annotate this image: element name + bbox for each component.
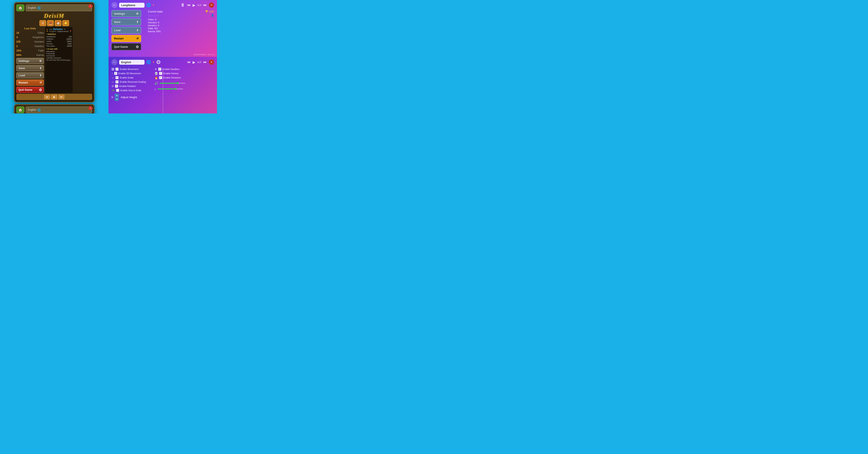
r-quit-btn[interactable]: Quit Game ⏻: [112, 43, 141, 50]
globe-icon-bottom: 🌐: [37, 108, 41, 112]
top-right-panel: ← LangName 🌐 ♥ ⏸ ⏮ ▶ x1.0 ⏭ ✕ Settings: [108, 0, 217, 57]
close-button-top[interactable]: ✕: [88, 4, 93, 8]
transport-controls-bottom: ⏮ ▶ x1.0 ⏭ ✕: [187, 60, 214, 65]
spirit-label: Spirit (1/7): [148, 15, 163, 17]
play-btn-top-right[interactable]: ▶: [193, 3, 195, 7]
enable-disasters-row: 🔥 Enable Disasters: [154, 76, 185, 79]
version-label: current version : EA-x.x.x: [193, 53, 215, 56]
enable-movement-check[interactable]: [116, 68, 119, 70]
enable-reversed-check[interactable]: [116, 80, 119, 83]
r-settings-btn[interactable]: Settings ⚙: [112, 10, 141, 17]
home-button-top[interactable]: 🏠: [16, 4, 24, 11]
lang-name-field[interactable]: LangName: [119, 3, 145, 8]
settings-btn-top[interactable]: Settings ⚙: [16, 58, 44, 64]
war-list: Reksafran Fransarek Kerasnark Literally …: [46, 51, 72, 61]
play-btn-top[interactable]: ▶: [51, 94, 57, 99]
divider-bottom: [163, 69, 163, 114]
close-btn-bottom-right[interactable]: ✕: [209, 60, 214, 65]
lang-field-bottom[interactable]: English: [119, 60, 145, 65]
person-badge: 👤: [211, 14, 214, 17]
right-menu-buttons-top: Settings ⚙ Save ⬆ Load ⬇ Restart ↺ Quit …: [112, 10, 141, 50]
load-btn-top[interactable]: Load ⬆: [16, 72, 44, 79]
location-icon: 📍: [69, 30, 72, 32]
close-btn-top-right[interactable]: ✕: [209, 3, 214, 8]
enable-3d-check[interactable]: [114, 72, 117, 75]
globe-icon-right-bottom[interactable]: 🌐: [146, 60, 151, 64]
stat-karma-right: Karma: 50%: [148, 30, 163, 33]
stat-cities-right: Cities: 0: [148, 18, 163, 21]
sound-icon-right: 🔊: [154, 82, 158, 85]
save-btn-top[interactable]: Save ⬇: [16, 65, 44, 71]
ff-btn-top[interactable]: ⏭: [59, 94, 64, 99]
panel-main-top: Lazy Deity 16 Cities 4 Kingdoms 205 Huma…: [16, 27, 92, 93]
war-title: • At war with: [46, 48, 72, 50]
stat-kingdoms: 4 Kingdoms: [16, 36, 44, 39]
ff-btn-top-right[interactable]: ⏭: [204, 3, 207, 7]
stat-humans-right: Humans: 0: [148, 21, 163, 24]
enable-heresy-check[interactable]: [159, 72, 162, 75]
enable-scale-row: ↔ Enable Scale: [112, 76, 146, 79]
menu-icon-btn[interactable]: ☰: [39, 20, 46, 26]
city-header: ▲ ▼ City Narfasker ✏ Kingdom Seltjarnarn…: [46, 28, 72, 32]
load-icon-top: ⬆: [39, 74, 42, 77]
rewind-btn-bottom-right[interactable]: ⏮: [187, 60, 190, 64]
bell-icon-btn[interactable]: 🔔: [62, 20, 69, 26]
enable-options-left: 🖼 Enable Movement ↑ Enable 3D Movement ↔…: [112, 68, 146, 92]
music-track-right[interactable]: [158, 88, 183, 89]
play-btn-bottom-right[interactable]: ▶: [193, 60, 195, 64]
back-btn-bottom-right[interactable]: ←: [112, 59, 117, 65]
stat-faith: 33% Faith: [16, 49, 44, 52]
music-slider-row-right: ♪: [154, 87, 185, 91]
rotation-icon: ↺: [112, 85, 114, 88]
enable-sandbox-row: ☀ Enable Sandbox: [154, 68, 185, 71]
adjust-up-btn[interactable]: ▲: [115, 94, 119, 97]
enable-options-right: ☀ Enable Sandbox 💀 Enable Heresy 🔥 Enabl…: [154, 68, 185, 92]
home-icon-btn[interactable]: 🏠: [55, 20, 61, 26]
rewind-btn-top-right[interactable]: ⏮: [187, 3, 190, 7]
heresy-right-icon: 💀: [154, 72, 158, 75]
statistics-title: • Statistics: [46, 33, 72, 35]
city-name-label: Narfasker: [53, 28, 63, 30]
speed-label-top: x1.0: [197, 4, 201, 6]
settings-gear-icon[interactable]: ⚙: [156, 59, 161, 65]
upload-icon-btn[interactable]: 📤: [47, 20, 54, 26]
sound-thumb-right[interactable]: [177, 82, 179, 84]
pause-btn-top-right[interactable]: ⏸: [180, 2, 185, 8]
language-button-top[interactable]: English 🌐: [26, 4, 92, 11]
sound-track-right[interactable]: [160, 83, 185, 84]
enable-sandbox-check[interactable]: [158, 68, 161, 70]
enable-3d-movement-row: ↑ Enable 3D Movement: [112, 72, 146, 75]
enable-grip-check[interactable]: [116, 89, 119, 92]
music-icon-right: ♪: [154, 87, 156, 91]
globe-icon-right-top[interactable]: 🌐: [146, 3, 151, 7]
ff-btn-bottom-right[interactable]: ⏭: [204, 60, 207, 64]
enable-rotation-check[interactable]: [115, 85, 118, 88]
back-btn-top-right[interactable]: ←: [112, 2, 117, 8]
enable-scale-check[interactable]: [116, 76, 119, 79]
r-load-icon: ⬇: [136, 29, 138, 32]
reversed-icon: ↔: [112, 80, 114, 84]
r-restart-btn[interactable]: Restart ↺: [112, 35, 141, 42]
close-button-bottom[interactable]: ✕: [88, 106, 93, 110]
language-button-bottom[interactable]: English 🌐: [26, 107, 92, 113]
quit-btn-top[interactable]: Quit Game ⏻: [16, 87, 44, 93]
enable-grip-row: 🎮 Enable Grip to Grab: [112, 89, 146, 92]
right-top-bar: ← LangName 🌐 ♥ ⏸ ⏮ ▶ x1.0 ⏭ ✕: [112, 2, 214, 8]
logo-area-top: DeisiM: [16, 12, 92, 19]
stat-karma: 69% Karma: [16, 53, 44, 57]
rewind-btn-top[interactable]: ⏮: [44, 94, 50, 99]
restart-btn-top[interactable]: Restart ↺: [16, 80, 44, 86]
r-load-btn[interactable]: Load ⬇: [112, 27, 141, 34]
enable-movement-row: 🖼 Enable Movement: [112, 68, 146, 71]
stats-panel-right: Current stats: Spirit (1/7) Cities: 0 Hu…: [148, 10, 214, 50]
stat-cities: 16 Cities: [16, 31, 44, 34]
enable-disasters-check[interactable]: [159, 76, 162, 79]
disasters-right-icon: 🔥: [154, 76, 158, 79]
adjust-down-btn[interactable]: ▼: [115, 97, 119, 101]
person-icon: 👤: [211, 14, 214, 17]
r-save-btn[interactable]: Save ⬆: [112, 19, 141, 25]
home-button-bottom[interactable]: 🏠: [16, 107, 24, 113]
music-thumb-right[interactable]: [175, 88, 177, 90]
edit-icon[interactable]: ✏: [64, 28, 65, 30]
bottom-right-panel: ← English 🌐 ♥ ⚙ ⏮ ▶ x1.0 ⏭ ✕ 🖼: [108, 57, 217, 114]
